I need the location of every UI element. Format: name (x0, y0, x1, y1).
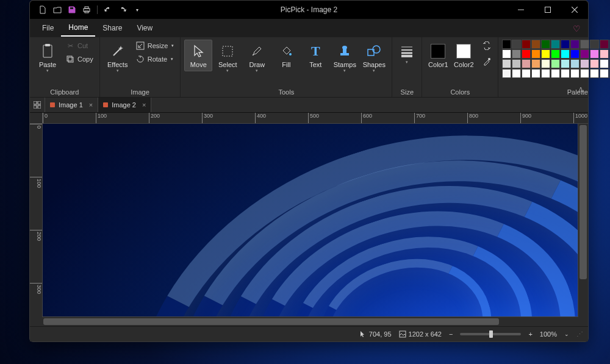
stamps-tool[interactable]: Stamps▾ (331, 40, 359, 76)
palette-swatch[interactable] (541, 69, 550, 78)
fill-tool[interactable]: Fill (272, 40, 300, 71)
redo-icon[interactable] (117, 4, 128, 15)
palette-swatch[interactable] (570, 59, 580, 68)
palette-swatch[interactable] (590, 59, 599, 68)
resize-button[interactable]: Resize▾ (133, 40, 177, 52)
cursor-icon (193, 43, 204, 60)
heart-icon[interactable]: ♡ (573, 24, 581, 34)
svg-rect-0 (70, 7, 73, 9)
shapes-tool[interactable]: Shapes▾ (360, 40, 388, 76)
palette-swatch[interactable] (512, 59, 521, 68)
move-tool[interactable]: Move (184, 40, 212, 71)
minimize-button[interactable] (508, 1, 534, 19)
palette-swatch[interactable] (512, 40, 521, 49)
print-icon[interactable] (81, 4, 92, 15)
palette-swatch[interactable] (512, 69, 521, 78)
color1-button[interactable]: Color1 (426, 40, 450, 71)
palette-swatch[interactable] (531, 40, 540, 49)
svg-rect-5 (43, 45, 52, 57)
palette-swatch[interactable] (502, 40, 511, 49)
palette-swatch[interactable] (580, 49, 589, 59)
tab-view[interactable]: View (129, 20, 160, 36)
palette-swatch[interactable] (590, 40, 599, 49)
text-tool[interactable]: TText (301, 40, 329, 71)
tab-home[interactable]: Home (61, 20, 95, 37)
collapse-ribbon-icon[interactable]: ᐱ (578, 86, 583, 95)
svg-rect-10 (223, 46, 232, 56)
palette-swatch[interactable] (531, 49, 540, 59)
palette-swatch[interactable] (502, 49, 511, 59)
palette-swatch[interactable] (522, 49, 531, 59)
tab-file[interactable]: File (35, 20, 61, 36)
canvas[interactable] (43, 124, 578, 316)
cut-button[interactable]: ✂Cut (63, 40, 96, 52)
zoom-in-button[interactable]: + (528, 330, 532, 338)
doc-tab-1[interactable]: Image 1× (45, 98, 98, 112)
palette-swatch[interactable] (600, 49, 609, 59)
ruler-corner (30, 113, 43, 124)
swap-colors-button[interactable] (479, 40, 494, 52)
close-tab-icon[interactable]: × (89, 101, 93, 109)
draw-tool[interactable]: Draw▾ (243, 40, 271, 76)
select-tool[interactable]: Select▾ (214, 40, 242, 76)
palette-swatch[interactable] (561, 69, 570, 78)
tab-grid-button[interactable] (30, 98, 45, 112)
horizontal-scrollbar[interactable] (42, 316, 578, 326)
palette-swatch[interactable] (570, 40, 580, 49)
effects-button[interactable]: Effects▾ (104, 40, 132, 76)
paste-button[interactable]: Paste▾ (34, 40, 62, 76)
vertical-scrollbar[interactable] (578, 124, 588, 316)
palette-swatch[interactable] (600, 40, 609, 49)
doc-tab-2[interactable]: Image 2× (98, 98, 151, 112)
palette-swatch[interactable] (551, 49, 560, 59)
palette-swatch[interactable] (551, 40, 560, 49)
ribbon: Paste▾ ✂Cut Copy Clipboard Effects▾ Resi… (30, 37, 588, 98)
palette-swatch[interactable] (512, 49, 521, 59)
maximize-button[interactable] (534, 1, 561, 19)
palette-swatch[interactable] (541, 40, 550, 49)
save-icon[interactable] (66, 4, 77, 15)
palette-swatch[interactable] (600, 59, 609, 68)
zoom-slider[interactable] (460, 333, 521, 335)
palette-swatch[interactable] (551, 59, 560, 68)
palette-swatch[interactable] (590, 69, 599, 78)
undo-icon[interactable] (102, 4, 113, 15)
close-tab-icon[interactable]: × (142, 101, 146, 109)
palette-swatch[interactable] (541, 59, 550, 68)
palette-swatch[interactable] (502, 69, 511, 78)
eyedropper-button[interactable] (479, 55, 494, 68)
palette-swatch[interactable] (580, 69, 589, 78)
palette-swatch[interactable] (502, 59, 511, 68)
size-button[interactable]: ▾ (396, 40, 418, 68)
palette-swatch[interactable] (561, 49, 570, 59)
palette-swatch[interactable] (522, 40, 531, 49)
palette-swatch[interactable] (570, 49, 580, 59)
svg-rect-20 (34, 105, 37, 109)
group-palette: Palette (502, 88, 610, 96)
palette-swatch[interactable] (531, 69, 540, 78)
qat-dropdown-icon[interactable]: ▾ (132, 4, 143, 15)
palette-swatch[interactable] (580, 40, 589, 49)
palette-swatch[interactable] (600, 69, 609, 78)
palette-swatch[interactable] (522, 59, 531, 68)
resize-grip-icon[interactable]: ⋰ (576, 330, 583, 338)
zoom-dropdown-icon[interactable]: ⌄ (564, 331, 569, 337)
group-size: Size (396, 88, 418, 96)
palette-swatch[interactable] (551, 69, 560, 78)
palette-swatch[interactable] (561, 40, 570, 49)
new-icon[interactable] (37, 4, 48, 15)
copy-button[interactable]: Copy (63, 53, 96, 65)
palette-swatch[interactable] (561, 59, 570, 68)
palette-swatch[interactable] (580, 59, 589, 68)
palette-swatch[interactable] (531, 59, 540, 68)
rotate-button[interactable]: Rotate▾ (133, 53, 177, 65)
open-icon[interactable] (52, 4, 63, 15)
zoom-out-button[interactable]: − (449, 330, 453, 338)
tab-share[interactable]: Share (95, 20, 129, 36)
color2-button[interactable]: Color2 (451, 40, 476, 71)
palette-swatch[interactable] (522, 69, 531, 78)
palette-swatch[interactable] (590, 49, 599, 59)
palette-swatch[interactable] (541, 49, 550, 59)
close-button[interactable] (561, 1, 588, 19)
palette-swatch[interactable] (570, 69, 580, 78)
